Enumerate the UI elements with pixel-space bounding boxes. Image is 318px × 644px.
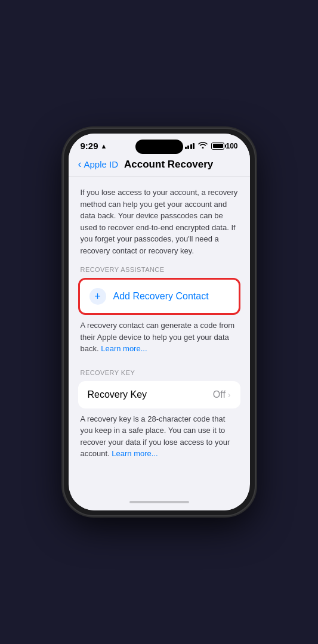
dynamic-island bbox=[135, 140, 183, 154]
signal-bars bbox=[185, 143, 195, 149]
recovery-key-learn-more-link[interactable]: Learn more... bbox=[112, 449, 158, 458]
recovery-assistance-section-label: RECOVERY ASSISTANCE bbox=[69, 266, 250, 278]
phone-frame: 9:29 ▲ bbox=[64, 129, 255, 515]
page-title: Account Recovery bbox=[124, 159, 213, 171]
recovery-key-section-label: RECOVERY KEY bbox=[69, 364, 250, 381]
signal-bar-4 bbox=[193, 143, 194, 149]
nav-header: ‹ Apple ID Account Recovery bbox=[69, 154, 250, 177]
recovery-key-row[interactable]: Recovery Key Off › bbox=[78, 381, 240, 408]
content-area: If you lose access to your account, a re… bbox=[69, 177, 250, 496]
location-icon: ▲ bbox=[101, 143, 107, 150]
battery-fill bbox=[213, 144, 223, 148]
add-recovery-contact-card[interactable]: + Add Recovery Contact bbox=[78, 278, 240, 315]
back-button[interactable]: ‹ Apple ID bbox=[78, 158, 119, 171]
back-chevron-icon: ‹ bbox=[78, 158, 82, 171]
wifi-icon bbox=[198, 141, 208, 150]
recovery-key-caption: A recovery key is a 28-character code th… bbox=[69, 408, 250, 469]
recovery-key-status: Off bbox=[213, 389, 226, 400]
home-indicator bbox=[69, 496, 250, 510]
battery-icon bbox=[211, 143, 224, 150]
recovery-key-card[interactable]: Recovery Key Off › bbox=[78, 381, 240, 408]
status-icons: 100 bbox=[185, 141, 238, 150]
signal-bar-3 bbox=[190, 144, 192, 149]
add-icon-circle: + bbox=[89, 288, 106, 305]
plus-icon: + bbox=[94, 291, 101, 302]
recovery-key-value: Off › bbox=[213, 389, 231, 400]
recovery-assistance-caption: A recovery contact can generate a code f… bbox=[69, 315, 250, 364]
status-time: 9:29 ▲ bbox=[81, 141, 107, 151]
chevron-right-icon: › bbox=[228, 390, 231, 400]
phone-screen: 9:29 ▲ bbox=[69, 134, 250, 510]
signal-bar-2 bbox=[187, 145, 189, 149]
signal-bar-1 bbox=[185, 147, 187, 149]
add-recovery-contact-label: Add Recovery Contact bbox=[113, 291, 209, 302]
battery-indicator: 100 bbox=[211, 142, 237, 150]
recovery-assistance-learn-more-link[interactable]: Learn more... bbox=[101, 344, 147, 353]
back-label: Apple ID bbox=[84, 159, 119, 169]
add-recovery-contact-row[interactable]: + Add Recovery Contact bbox=[80, 280, 239, 313]
recovery-key-label: Recovery Key bbox=[88, 389, 147, 400]
description-text: If you lose access to your account, a re… bbox=[69, 187, 250, 266]
home-bar bbox=[129, 501, 189, 503]
